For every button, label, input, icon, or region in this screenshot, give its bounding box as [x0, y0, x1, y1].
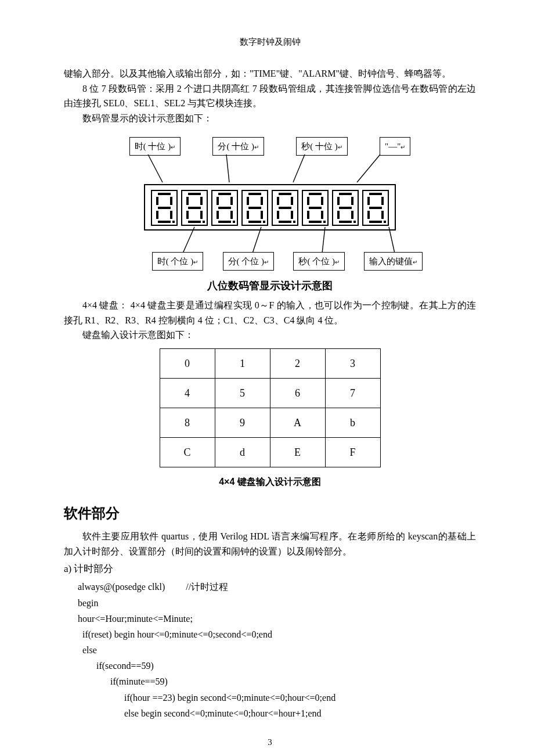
digit-1	[181, 190, 208, 226]
paragraph-3: 数码管显示的设计示意图如下：	[64, 111, 476, 126]
svg-line-2	[293, 154, 305, 182]
keypad-table: 0 1 2 3 4 5 6 7 8 9 A b C d E F	[160, 348, 381, 467]
key-5: 5	[215, 378, 270, 408]
page-number: 3	[64, 735, 476, 749]
label-bot-0-text: 时( 个位 )	[157, 257, 194, 266]
key-8: 8	[160, 408, 215, 437]
label-bot-0: 时( 个位 )↵	[152, 252, 204, 271]
diagram1-caption: 八位数码管显示设计示意图	[64, 278, 476, 294]
digit-2	[211, 190, 238, 226]
svg-line-0	[148, 154, 163, 182]
heading-software: 软件部分	[64, 502, 476, 524]
digit-3	[241, 190, 268, 226]
label-bot-3-text: 输入的键值	[369, 257, 413, 266]
label-bot-3: 输入的键值↵	[364, 252, 423, 271]
page-header: 数字时钟及闹钟	[64, 35, 476, 49]
key-1: 1	[215, 348, 270, 378]
svg-line-3	[357, 154, 380, 182]
digit-5	[302, 190, 329, 226]
key-0: 0	[160, 348, 215, 378]
key-6: 6	[270, 378, 325, 408]
paragraph-5: 键盘输入设计示意图如下：	[64, 327, 476, 343]
digit-0	[151, 190, 178, 226]
digit-6	[332, 190, 359, 226]
svg-line-1	[226, 154, 229, 182]
key-3: 3	[325, 348, 380, 378]
label-bot-2: 秒( 个位 )↵	[293, 252, 345, 271]
key-e: E	[270, 437, 325, 467]
key-a: A	[270, 408, 325, 437]
key-f: F	[325, 437, 380, 467]
label-bot-2-text: 秒( 个位 )	[298, 257, 335, 266]
key-d: d	[215, 437, 270, 467]
digit-7	[362, 190, 389, 226]
key-2: 2	[270, 348, 325, 378]
key-c: C	[160, 437, 215, 467]
label-bot-1-text: 分( 个位 )	[228, 257, 265, 266]
paragraph-1: 键输入部分。以及其他输入或输出部分，如："TIME"键、"ALARM"键、时钟信…	[64, 66, 476, 81]
key-b: b	[325, 408, 380, 437]
code-block: always@(posedge clkl) //计时过程 begin hour<…	[78, 579, 476, 721]
key-9: 9	[215, 408, 270, 437]
paragraph-6: 软件主要应用软件 quartus，使用 Verilog HDL 语言来编写程序。…	[64, 529, 476, 559]
paragraph-2: 8 位 7 段数码管：采用 2 个进口共阴高红 7 段数码管组成，其连接管脚位选…	[64, 81, 476, 111]
key-7: 7	[325, 378, 380, 408]
key-4: 4	[160, 378, 215, 408]
seven-seg-diagram: 时( 十位 )↵ 分( 十位 )↵ 秒( 十位 )↵ "—"↵	[64, 137, 476, 271]
paragraph-4: 4×4 键盘： 4×4 键盘主要是通过编程实现 0～F 的输入，也可以作为一个控…	[64, 298, 476, 327]
seven-seg-display	[144, 184, 396, 231]
digit-4	[272, 190, 298, 226]
keypad-caption: 4×4 键盘输入设计示意图	[64, 474, 476, 489]
heading-a-timing: a) 计时部分	[64, 561, 476, 577]
label-bot-1: 分( 个位 )↵	[223, 252, 275, 271]
